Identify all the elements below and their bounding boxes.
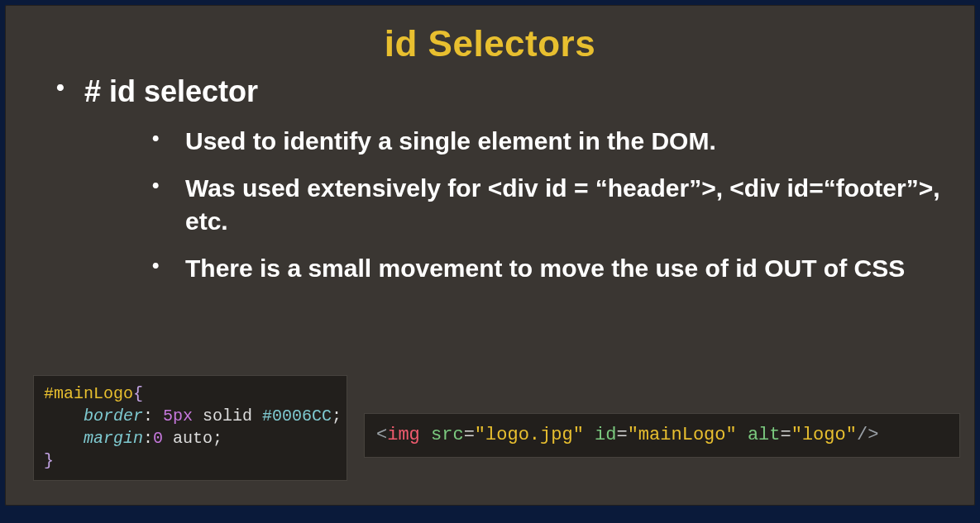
space [737,425,748,445]
html-attr-src: src [431,425,464,445]
css-val-auto: auto [163,429,213,448]
html-attr-id: id [595,425,616,445]
css-val-hex: #0006CC [262,407,332,426]
space [584,425,595,445]
html-eq: = [781,425,791,445]
sub-bullet: Was used extensively for <div id = “head… [152,172,942,239]
css-prop-border: border [84,407,143,426]
slide: id Selectors # id selector Used to ident… [5,5,975,506]
bullet-list-inner: Used to identify a single element in the… [84,125,942,285]
html-eq: = [464,425,475,445]
sub-bullet: Used to identify a single element in the… [152,125,942,159]
html-val-id: "mainLogo" [628,425,737,445]
css-brace-close: } [44,451,54,470]
html-attr-alt: alt [748,425,781,445]
html-open-bracket: < [376,425,387,445]
html-val-src: "logo.jpg" [475,425,584,445]
css-semi: ; [213,429,222,448]
bullet-main: # id selector Used to identify a single … [56,73,942,285]
css-val-zero: 0 [153,429,163,448]
code-block-html: <img src="logo.jpg" id="mainLogo" alt="l… [364,413,960,459]
html-eq: = [616,425,627,445]
html-val-alt: "logo" [791,425,857,445]
html-close-bracket: /> [857,425,878,445]
css-val-5px: 5px [163,407,193,426]
slide-title: id Selectors [5,5,975,64]
css-prop-margin: margin [84,429,143,448]
css-selector: #mainLogo [44,384,133,403]
sub-bullet: There is a small movement to move the us… [152,252,942,286]
bullet-list-outer: # id selector Used to identify a single … [5,73,975,285]
html-tag-img: img [387,425,420,445]
space [420,425,431,445]
code-row: #mainLogo{ border: 5px solid #0006CC; ma… [33,375,960,481]
css-colon: : [143,429,153,448]
css-colon: : [143,407,163,426]
css-val-solid: solid [193,407,262,426]
css-semi: ; [332,407,342,426]
slide-wrapper: id Selectors # id selector Used to ident… [0,0,980,523]
code-block-css: #mainLogo{ border: 5px solid #0006CC; ma… [33,375,347,481]
bullet-main-text: # id selector [84,74,258,108]
css-brace-open: { [133,384,143,403]
